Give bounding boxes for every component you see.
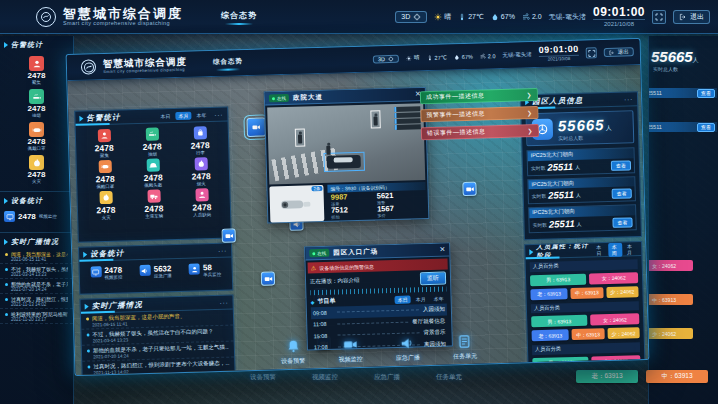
tab-year[interactable]: 本年 — [430, 294, 446, 302]
playlist-title: 节目单 — [317, 297, 335, 306]
broadcast-item[interactable]: 闻道，我当那深蓝，这是小屁的声音。2021-06-15 11:41 — [0, 249, 73, 264]
temperature-status: 27℃ — [426, 54, 446, 61]
close-icon[interactable]: ✕ — [439, 246, 445, 254]
device-stat-soldier[interactable]: 58单兵监控 — [189, 263, 221, 278]
tab-today[interactable]: 本日 — [593, 243, 607, 257]
dock-emergency-broadcast[interactable]: 应急广播 — [395, 333, 420, 363]
tab-month[interactable]: 本月 — [624, 242, 638, 256]
background-alarm-tile[interactable]: 2478佩戴口罩 — [0, 122, 73, 151]
view-button[interactable]: 查看 — [612, 188, 632, 199]
luggage-icon — [193, 126, 206, 139]
realtime-broadcast-panel: 实时广播情况 ··· 闻道，我当那深蓝，这是小屁的声音。2021-06-15 1… — [79, 294, 235, 374]
alarm-tile-mask[interactable]: 2478佩戴口罩 — [82, 159, 129, 189]
background-camera-bar: 25511 查看 — [648, 122, 717, 132]
tab-month[interactable]: 本月 — [412, 295, 428, 303]
alarm-tile-vehicle[interactable]: 2478主道车辆 — [130, 189, 177, 219]
person-absent-icon — [195, 188, 208, 201]
camera-marker-selected[interactable] — [246, 118, 266, 138]
diamond-icon: ◆ — [311, 299, 315, 305]
fire-icon — [99, 191, 112, 204]
alarm-tile-luggage[interactable]: 2478行李 — [177, 126, 224, 156]
smart-city-dashboard: 智慧城市综合调度 Smart city comprehensive dispat… — [0, 0, 718, 404]
broadcast-item[interactable]: 过真时况，路幻想江，恨到浪剧于更布个大设备赚态，…2021-11-13 14:0… — [0, 294, 73, 309]
camera-marker[interactable] — [462, 182, 476, 196]
toast-success[interactable]: 成功事件—描述信息❯ — [420, 88, 538, 104]
alarm-tile-smoke-fire[interactable]: 2478烟火 — [178, 157, 225, 187]
view-button[interactable]: 查看 — [697, 89, 715, 98]
monitor-icon — [4, 211, 15, 222]
app-brand: 智慧城市综合调度 Smart city comprehensive dispat… — [103, 57, 187, 74]
toast-warning[interactable]: 预警事件—描述信息❯ — [420, 106, 538, 122]
broadcast-item[interactable]: 不过，我赫烦了饭头，虽然活在于白不白的问题？2021-03-14 13:23 — [0, 264, 73, 279]
view-button[interactable]: 查看 — [612, 217, 632, 228]
dock-label-emergency-broadcast[interactable]: 应急广播 — [374, 373, 400, 382]
more-icon[interactable]: ··· — [214, 111, 223, 117]
monitor-icon — [90, 266, 101, 277]
alarm-tile-absent[interactable]: 2478人员缺岗 — [178, 188, 225, 218]
app-subtitle: Smart city comprehensive dispatching — [63, 20, 183, 26]
date-value: 2021/10/08 — [539, 55, 579, 63]
more-icon[interactable]: ··· — [220, 299, 229, 305]
app-title: 智慧城市综合调度 — [63, 7, 183, 20]
alarm-tile-fire[interactable]: 2478火灾 — [82, 190, 129, 220]
humidity-status: 67% — [491, 13, 515, 21]
broadcast-popup-header: 在线 园区入口广场 ✕ — [305, 243, 449, 260]
listen-button[interactable]: 监听 — [420, 272, 446, 286]
tab-today[interactable]: 本日 — [157, 112, 173, 120]
more-icon[interactable]: ··· — [624, 96, 633, 102]
mode-3d-toggle[interactable]: 3D — [395, 11, 427, 23]
dock-label-task-unit[interactable]: 任务单元 — [436, 373, 462, 382]
exit-button[interactable]: 退出 — [673, 10, 710, 24]
dock-label-device-warning[interactable]: 设备预警 — [250, 373, 276, 382]
temperature-status: 27℃ — [458, 13, 484, 21]
dock-task-unit[interactable]: 任务单元 — [453, 332, 478, 362]
tab-today[interactable]: 本日 — [394, 295, 410, 303]
broadcast-item[interactable]: 那他的血就是不杀，老子只要站那儿一站，王麒之气猫…2021-07-20 14:2… — [0, 279, 73, 294]
more-icon[interactable]: ··· — [218, 247, 227, 253]
dock-video-monitor[interactable]: 视频监控 — [338, 335, 363, 365]
background-device-stat: 2478 视频监控 — [0, 208, 73, 225]
tab-overview[interactable]: 综合态势 — [213, 57, 243, 69]
mask-icon — [98, 160, 111, 173]
window-map[interactable]: 成功事件—描述信息❯ 预警事件—描述信息❯ 错误事件—描述信息❯ 告警统计 本日… — [67, 65, 648, 375]
view-button[interactable]: 查看 — [697, 123, 715, 132]
fullscreen-icon[interactable] — [652, 10, 666, 24]
fire-icon — [29, 155, 44, 170]
background-alarm-tile[interactable]: 2478火灾 — [0, 155, 73, 184]
tab-week[interactable]: 本周 — [608, 242, 622, 256]
camera-marker[interactable] — [222, 228, 236, 242]
header-status-cluster: 3D 晴 27℃ 67% 2.0 无锡-鼋头渚 09:01:00 2021/10… — [373, 43, 634, 67]
tab-month[interactable]: 本月 — [175, 111, 191, 119]
header-status-cluster: 3D 晴 27℃ 67% 2.0 无锡-鼋头渚 09:01:00 2021/10… — [395, 6, 710, 27]
background-alarm-tile[interactable]: 2478聚集 — [0, 56, 73, 85]
age-chip-young: 少：24062 — [606, 286, 639, 298]
alarm-tile-helmet[interactable]: 2478佩戴头盔 — [130, 158, 177, 188]
tab-year[interactable]: 本年 — [193, 111, 209, 119]
device-stat-broadcast[interactable]: 5632应急广播 — [140, 264, 172, 279]
background-right-panel: 55665人 实时总人数 25511 查看 25511 查看 女：24062 中… — [648, 36, 718, 404]
broadcast-item[interactable]: 哈利波特里的“阿尼马格斯”一自在自己变形机会停，变于…2021-11-20 13… — [0, 309, 73, 324]
now-playing-label: 正在播放：内容介绍 — [310, 277, 360, 285]
dock-label-video-monitor[interactable]: 视频监控 — [312, 373, 338, 382]
background-alarm-tile[interactable]: 2478抽烟 — [0, 89, 73, 118]
camera-stat: 1567事件 — [377, 204, 423, 218]
view-button[interactable]: 查看 — [611, 160, 631, 171]
total-people-card: 55665人 实时总人数 — [525, 110, 634, 146]
tab-overview[interactable]: 综合态势 — [221, 10, 257, 23]
background-attr-chip: 少：24062 — [648, 328, 693, 339]
mode-3d-toggle[interactable]: 3D — [373, 54, 399, 63]
alarm-tile-gathering[interactable]: 2478聚集 — [81, 128, 128, 158]
background-dock: 设备预警 视频监控 应急广播 任务单元 — [250, 373, 462, 382]
record-count-badge[interactable]: 2条 — [311, 186, 322, 191]
background-total-people: 55665人 — [651, 48, 699, 66]
background-device-panel: 设备统计 2478 视频监控 — [0, 191, 73, 225]
camera-device-photo: 2条 — [269, 185, 324, 222]
device-stat-video[interactable]: 2478视频监控 — [90, 266, 122, 281]
dock-device-warning[interactable]: 设备预警 — [281, 337, 306, 367]
fullscreen-icon[interactable] — [586, 47, 597, 58]
camera-marker[interactable] — [261, 271, 275, 285]
gender-chip-female: 女：24062 — [590, 313, 639, 325]
alarm-tile-smoking[interactable]: 2478抽烟 — [129, 127, 176, 157]
weather-status: 晴 — [434, 12, 451, 22]
exit-button[interactable]: 退出 — [604, 47, 634, 57]
